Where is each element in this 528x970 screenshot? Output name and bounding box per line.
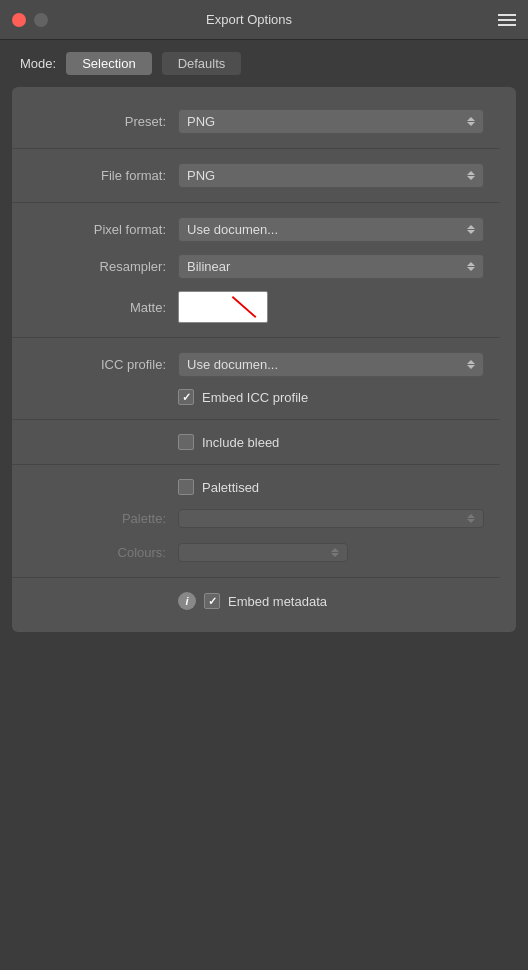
include-bleed-row: Include bleed <box>12 428 500 456</box>
icc-profile-label: ICC profile: <box>28 357 178 372</box>
mode-label: Mode: <box>20 56 56 71</box>
preset-row: Preset: PNG <box>12 103 500 140</box>
resampler-row: Resampler: Bilinear <box>12 248 500 285</box>
pixel-format-arrows <box>467 225 475 234</box>
embed-metadata-label: Embed metadata <box>228 594 327 609</box>
arrow-down-icon <box>467 176 475 180</box>
pixel-format-row: Pixel format: Use documen... <box>12 211 500 248</box>
colours-label: Colours: <box>28 545 178 560</box>
matte-color-box[interactable] <box>178 291 268 323</box>
icc-profile-row: ICC profile: Use documen... <box>12 346 500 383</box>
icc-profile-select[interactable]: Use documen... <box>178 352 484 377</box>
arrow-down-icon <box>467 365 475 369</box>
file-format-select[interactable]: PNG <box>178 163 484 188</box>
palette-row: Palette: <box>12 501 500 535</box>
divider-6 <box>12 577 500 578</box>
resampler-label: Resampler: <box>28 259 178 274</box>
pixel-format-select[interactable]: Use documen... <box>178 217 484 242</box>
divider-5 <box>12 464 500 465</box>
embed-icc-checkbox[interactable] <box>178 389 194 405</box>
arrow-down-icon <box>467 267 475 271</box>
preset-control: PNG <box>178 109 484 134</box>
embed-metadata-checkbox[interactable] <box>204 593 220 609</box>
matte-slash-icon <box>179 292 267 322</box>
arrow-up-icon <box>467 514 475 518</box>
arrow-down-icon <box>467 519 475 523</box>
resampler-arrows <box>467 262 475 271</box>
divider-2 <box>12 202 500 203</box>
arrow-down-icon <box>467 122 475 126</box>
palettised-checkbox[interactable] <box>178 479 194 495</box>
pixel-format-control: Use documen... <box>178 217 484 242</box>
arrow-up-icon <box>467 360 475 364</box>
include-bleed-label: Include bleed <box>202 435 279 450</box>
embed-metadata-row: i Embed metadata <box>12 586 500 616</box>
file-format-label: File format: <box>28 168 178 183</box>
colours-row: Colours: <box>12 535 500 569</box>
svg-line-0 <box>232 297 255 318</box>
matte-row: Matte: <box>12 285 500 329</box>
divider-4 <box>12 419 500 420</box>
file-format-row: File format: PNG <box>12 157 500 194</box>
embed-icc-row: Embed ICC profile <box>12 383 500 411</box>
colours-control <box>178 543 484 562</box>
matte-label: Matte: <box>28 300 178 315</box>
include-bleed-checkbox[interactable] <box>178 434 194 450</box>
divider-1 <box>12 148 500 149</box>
info-icon[interactable]: i <box>178 592 196 610</box>
arrow-up-icon <box>467 225 475 229</box>
embed-icc-label: Embed ICC profile <box>202 390 308 405</box>
arrow-down-icon <box>331 553 339 557</box>
palette-control <box>178 509 484 528</box>
colours-select[interactable] <box>178 543 348 562</box>
divider-3 <box>12 337 500 338</box>
arrow-up-icon <box>467 262 475 266</box>
preset-select[interactable]: PNG <box>178 109 484 134</box>
palette-label: Palette: <box>28 511 178 526</box>
arrow-down-icon <box>467 230 475 234</box>
defaults-mode-button[interactable]: Defaults <box>162 52 242 75</box>
resampler-control: Bilinear <box>178 254 484 279</box>
file-format-arrows <box>467 171 475 180</box>
arrow-up-icon <box>331 548 339 552</box>
preset-label: Preset: <box>28 114 178 129</box>
file-format-control: PNG <box>178 163 484 188</box>
arrow-up-icon <box>467 171 475 175</box>
options-panel: Preset: PNG File format: PNG <box>12 87 516 632</box>
title-bar: Export Options <box>0 0 528 40</box>
icc-profile-control: Use documen... <box>178 352 484 377</box>
colours-arrows <box>331 548 339 557</box>
matte-control <box>178 291 484 323</box>
preset-arrows <box>467 117 475 126</box>
icc-profile-arrows <box>467 360 475 369</box>
pixel-format-label: Pixel format: <box>28 222 178 237</box>
window-title: Export Options <box>0 12 498 27</box>
menu-icon[interactable] <box>498 14 516 26</box>
arrow-up-icon <box>467 117 475 121</box>
palette-select[interactable] <box>178 509 484 528</box>
mode-bar: Mode: Selection Defaults <box>0 40 528 87</box>
panel-scroll-area[interactable]: Preset: PNG File format: PNG <box>12 87 516 632</box>
selection-mode-button[interactable]: Selection <box>66 52 151 75</box>
palette-arrows <box>467 514 475 523</box>
resampler-select[interactable]: Bilinear <box>178 254 484 279</box>
palettised-row: Palettised <box>12 473 500 501</box>
palettised-label: Palettised <box>202 480 259 495</box>
